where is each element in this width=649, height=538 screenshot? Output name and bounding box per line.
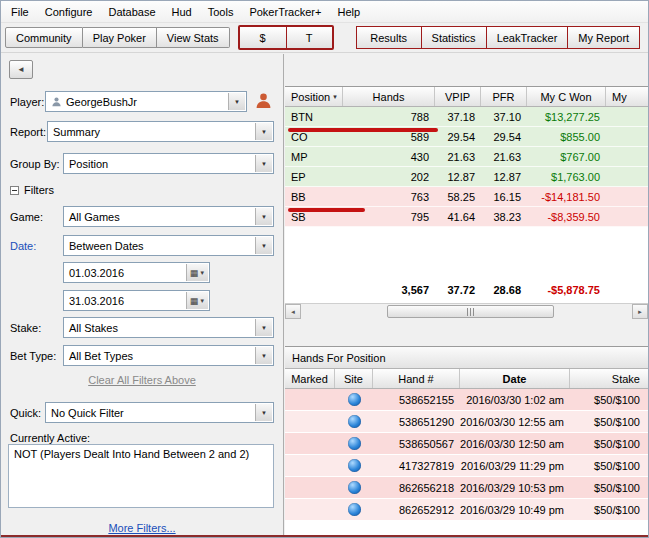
menu-hud[interactable]: Hud [164, 3, 200, 21]
pfr-cell: 21.63 [481, 151, 527, 163]
chevron-down-icon[interactable]: ▼ [255, 319, 272, 336]
column-header-stake[interactable]: Stake [570, 369, 648, 388]
report-tab-group: Results Statistics LeakTracker My Report [356, 26, 641, 49]
hands-cell: 763 [343, 191, 435, 203]
game-select[interactable]: All Games ▼ [63, 206, 274, 227]
list-item[interactable]: 538652155 2016/03/30 1:02 am $50/$100 [285, 389, 648, 411]
player-mini-avatar-icon [51, 96, 62, 107]
tab-leaktracker[interactable]: LeakTracker [486, 27, 568, 48]
date-to-input[interactable]: 31.03.2016 ▦ ▼ [63, 290, 210, 311]
total-hands-cell: 3,567 [343, 284, 435, 296]
chevron-down-icon[interactable]: ▼ [255, 123, 272, 140]
column-header-site[interactable]: Site [335, 369, 373, 388]
tab-results[interactable]: Results [357, 27, 421, 48]
calendar-icon: ▦ [190, 268, 199, 278]
calendar-picker-icon[interactable]: ▦ ▼ [186, 264, 208, 281]
currently-active-box: NOT (Players Dealt Into Hand Between 2 a… [8, 444, 274, 508]
column-header-my-c-won[interactable]: My C Won [527, 87, 606, 106]
menu-tools[interactable]: Tools [200, 3, 242, 21]
quick-filter-select-value: No Quick Filter [51, 407, 124, 419]
clear-filters-link-wrap: Clear All Filters Above [1, 374, 283, 386]
total-pfr-cell: 28.68 [481, 284, 527, 296]
scroll-left-icon[interactable]: ◄ [285, 304, 301, 319]
date-label[interactable]: Date: [10, 235, 36, 256]
tab-my-report[interactable]: My Report [567, 27, 639, 48]
filter-sidebar: ◄ Player: GeorgeBushJr ▼ Report: Summary… [1, 54, 284, 537]
report-label: Report: [10, 121, 46, 142]
filters-section-header[interactable]: Filters [10, 184, 54, 196]
menu-help[interactable]: Help [329, 3, 368, 21]
table-row[interactable]: EP 202 12.87 12.87 $1,763.00 [285, 167, 648, 187]
menu-file[interactable]: File [3, 3, 37, 21]
tab-play-poker[interactable]: Play Poker [83, 27, 157, 48]
scroll-right-icon[interactable]: ► [632, 304, 648, 319]
chevron-down-icon[interactable]: ▼ [255, 208, 272, 225]
hand-number-cell: 862652912 [373, 504, 460, 516]
table-row[interactable]: MP 430 21.63 21.63 $767.00 [285, 147, 648, 167]
collapse-icon[interactable] [10, 186, 19, 195]
site-cell [335, 503, 373, 516]
column-header-date-label: Date [503, 373, 527, 385]
hand-number-cell: 538652155 [373, 394, 460, 406]
column-header-date[interactable]: Date [460, 369, 570, 388]
report-select[interactable]: Summary ▼ [47, 121, 274, 142]
pfr-cell: 29.54 [481, 131, 527, 143]
column-header-hand-number[interactable]: Hand # [373, 369, 460, 388]
menu-database[interactable]: Database [100, 3, 163, 21]
hands-cell: 589 [343, 131, 435, 143]
tournament-toggle-button[interactable]: T [286, 27, 332, 48]
column-header-hands[interactable]: Hands [343, 87, 435, 106]
list-item[interactable]: 862652912 2016/03/29 10:49 pm $50/$100 [285, 499, 648, 521]
column-header-vpip-label: VPIP [445, 91, 470, 103]
column-header-my[interactable]: My [606, 87, 648, 106]
bet-type-select[interactable]: All Bet Types ▼ [63, 345, 274, 366]
stake-cell: $50/$100 [570, 460, 648, 472]
chevron-down-icon[interactable]: ▼ [228, 93, 245, 110]
chevron-down-icon[interactable]: ▼ [255, 404, 272, 421]
stake-select[interactable]: All Stakes ▼ [63, 317, 274, 338]
vpip-cell: 12.87 [435, 171, 481, 183]
player-avatar-icon[interactable] [255, 92, 272, 109]
chevron-down-icon[interactable]: ▼ [255, 347, 272, 364]
clear-all-filters-link[interactable]: Clear All Filters Above [88, 374, 196, 386]
tab-community[interactable]: Community [5, 27, 83, 48]
chevron-down-icon[interactable]: ▼ [255, 237, 272, 254]
player-select-value: GeorgeBushJr [66, 96, 137, 108]
quick-filter-select[interactable]: No Quick Filter ▼ [45, 402, 274, 423]
pokertracker-window: File Configure Database Hud Tools PokerT… [0, 0, 649, 538]
dollar-toggle-button[interactable]: $ [240, 27, 286, 48]
list-item[interactable]: 538651290 2016/03/30 12:55 am $50/$100 [285, 411, 648, 433]
table-row[interactable]: BTN 788 37.18 37.10 $13,277.25 [285, 107, 648, 127]
date-from-input[interactable]: 01.03.2016 ▦ ▼ [63, 262, 210, 283]
date-mode-select[interactable]: Between Dates ▼ [63, 235, 274, 256]
sort-descending-icon: ▾ [333, 93, 337, 101]
list-item[interactable]: 538650567 2016/03/30 12:50 am $50/$100 [285, 433, 648, 455]
column-header-marked[interactable]: Marked [285, 369, 335, 388]
date-to-value: 31.03.2016 [69, 295, 124, 307]
tab-view-stats[interactable]: View Stats [157, 27, 230, 48]
list-item[interactable]: 862656218 2016/03/29 10:53 pm $50/$100 [285, 477, 648, 499]
tab-statistics[interactable]: Statistics [421, 27, 486, 48]
table-row[interactable]: BB 763 58.25 16.15 -$14,181.50 [285, 187, 648, 207]
chevron-down-icon[interactable]: ▼ [255, 155, 272, 172]
poker-site-icon [348, 415, 361, 428]
list-item[interactable]: 417327819 2016/03/29 11:29 pm $50/$100 [285, 455, 648, 477]
player-select[interactable]: GeorgeBushJr ▼ [45, 91, 247, 112]
won-cell: $1,763.00 [527, 171, 606, 183]
won-cell: $13,277.25 [527, 111, 606, 123]
column-header-pfr-label: PFR [493, 91, 515, 103]
report-select-value: Summary [53, 126, 100, 138]
back-button[interactable]: ◄ [9, 60, 33, 79]
horizontal-scrollbar[interactable]: ◄ ► [285, 303, 648, 319]
column-header-position[interactable]: Position ▾ [285, 87, 343, 106]
calendar-picker-icon[interactable]: ▦ ▼ [186, 292, 208, 309]
menu-configure[interactable]: Configure [37, 3, 101, 21]
menu-pokertracker-plus[interactable]: PokerTracker+ [241, 3, 329, 21]
currency-toggle-group: $ T [238, 25, 334, 50]
stake-cell: $50/$100 [570, 416, 648, 428]
column-header-pfr[interactable]: PFR [481, 87, 527, 106]
group-by-select[interactable]: Position ▼ [63, 153, 274, 174]
column-header-vpip[interactable]: VPIP [435, 87, 481, 106]
scrollbar-thumb[interactable] [387, 305, 554, 318]
more-filters-link[interactable]: More Filters... [108, 522, 175, 534]
